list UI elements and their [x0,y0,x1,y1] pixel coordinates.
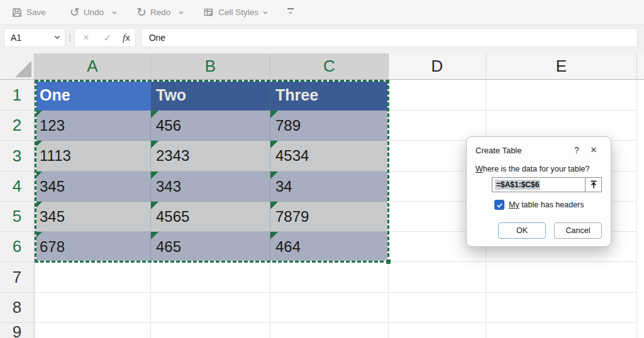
save-label: Save [26,8,46,17]
cell-c9[interactable] [270,323,389,338]
cell-filler [637,80,644,111]
column-header-e[interactable]: E [486,53,637,80]
cell-a3[interactable]: 1113 [35,141,151,172]
insert-function-icon[interactable]: fx [123,32,130,43]
redo-label: Redo [150,8,170,17]
ok-button[interactable]: OK [498,222,546,239]
cell-a6[interactable]: 678 [35,232,151,262]
cell-b3[interactable]: 2343 [151,141,270,172]
cell-filler [637,202,644,232]
cell-c4[interactable]: 34 [270,172,389,202]
error-indicator-icon [35,232,42,239]
worksheet: ABCDE1OneTwoThree21234567893111323434534… [0,53,644,338]
cell-styles-button[interactable]: Cell Styles [198,4,274,21]
row-header-7[interactable]: 7 [0,262,35,293]
row-header-4[interactable]: 4 [0,172,35,202]
table-range-input[interactable]: =$A$1:$C$6 [492,177,586,192]
formula-input[interactable]: One [141,28,638,47]
column-header-d[interactable]: D [389,53,486,80]
cell-c5[interactable]: 7879 [270,202,389,232]
name-box-value: A1 [11,33,53,43]
name-box-chevron-icon[interactable] [53,33,61,43]
cell-d9[interactable] [389,323,486,338]
dialog-title: Create Table [475,146,569,155]
cell-a5[interactable]: 345 [35,202,151,232]
cell-c3[interactable]: 4534 [270,141,389,172]
cell-e7[interactable] [486,262,637,293]
cell-a1[interactable]: One [35,80,151,111]
cell-filler [637,232,644,262]
error-indicator-icon [270,111,278,118]
column-header-c[interactable]: C [270,53,389,80]
cell-c7[interactable] [270,262,389,293]
undo-icon: ↺ [70,8,80,17]
cell-filler [637,262,644,293]
error-indicator-icon [270,172,278,179]
save-button[interactable]: Save [6,4,51,21]
undo-dropdown-chevron-icon[interactable] [111,9,118,16]
row-header-1[interactable]: 1 [0,80,35,111]
cancel-button[interactable]: Cancel [554,222,602,239]
name-box[interactable]: A1 [4,28,65,47]
cell-styles-icon [203,7,214,18]
cell-filler [637,141,644,172]
cell-b5[interactable]: 4565 [151,202,270,232]
cell-b4[interactable]: 343 [151,172,270,202]
cell-b2[interactable]: 456 [151,111,270,141]
collapse-dialog-button[interactable] [586,177,602,192]
cell-b9[interactable] [151,323,270,338]
select-all-button[interactable] [0,53,35,80]
cancel-entry-icon[interactable]: × [80,32,92,43]
help-icon[interactable]: ? [569,145,584,155]
redo-button[interactable]: ↻ Redo [131,5,175,19]
dialog-question-label: Where is the data for your table? [475,165,603,173]
cell-c8[interactable] [270,293,389,323]
error-indicator-icon [151,172,158,179]
cell-a4[interactable]: 345 [35,172,151,202]
enter-entry-icon[interactable]: ✓ [101,32,114,44]
cell-d1[interactable] [389,80,486,111]
cell-a7[interactable] [35,262,151,293]
column-header-b[interactable]: B [151,53,270,80]
error-indicator-icon [35,202,42,209]
create-table-dialog: Create Table ? × Where is the data for y… [466,136,611,247]
close-icon[interactable]: × [584,144,603,156]
cell-a8[interactable] [35,293,151,323]
select-all-triangle-icon [15,61,31,77]
error-indicator-icon [151,232,158,239]
row-header-5[interactable]: 5 [0,202,35,232]
cell-b6[interactable]: 465 [151,232,270,262]
formula-bar-row: A1 ⋮ × ✓ fx One [0,25,644,53]
row-header-2[interactable]: 2 [0,111,35,141]
undo-label: Undo [84,8,104,17]
redo-dropdown-chevron-icon[interactable] [178,9,184,16]
cell-e9[interactable] [486,323,637,338]
row-header-6[interactable]: 6 [0,232,35,262]
row-header-8[interactable]: 8 [0,293,35,323]
row-header-3[interactable]: 3 [0,141,35,172]
row-header-9[interactable]: 9 [0,323,35,338]
cell-c2[interactable]: 789 [270,111,389,141]
cell-filler [637,111,644,141]
headers-checkbox[interactable] [494,200,504,210]
undo-button[interactable]: ↺ Undo [65,5,109,19]
cell-a9[interactable] [35,323,151,338]
cell-c6[interactable]: 464 [270,232,389,262]
range-select-icon [589,180,598,189]
quick-access-toolbar: Save ↺ Undo ↻ Redo Cell Styles [0,0,644,25]
column-header-a[interactable]: A [35,53,151,80]
cell-b7[interactable] [151,262,270,293]
cell-b1[interactable]: Two [151,80,270,111]
cell-e8[interactable] [486,293,637,323]
customize-quick-access-toolbar-icon[interactable] [287,8,294,16]
cell-filler [637,323,644,338]
cell-e1[interactable] [486,80,637,111]
error-indicator-icon [151,111,158,118]
cell-a2[interactable]: 123 [35,111,151,141]
save-icon [11,7,23,18]
cell-d7[interactable] [389,262,486,293]
cell-c1[interactable]: Three [270,80,389,111]
cell-d8[interactable] [389,293,486,323]
formula-buttons-group: × ✓ fx [74,28,136,47]
cell-b8[interactable] [151,293,270,323]
